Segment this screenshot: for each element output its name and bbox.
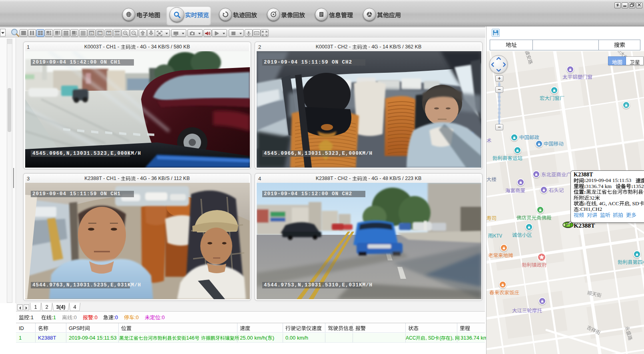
svg-text:100: 100: [114, 31, 120, 35]
svg-text:64: 64: [107, 31, 111, 35]
svg-text:25: 25: [90, 31, 94, 35]
svg-text:36: 36: [98, 31, 102, 35]
